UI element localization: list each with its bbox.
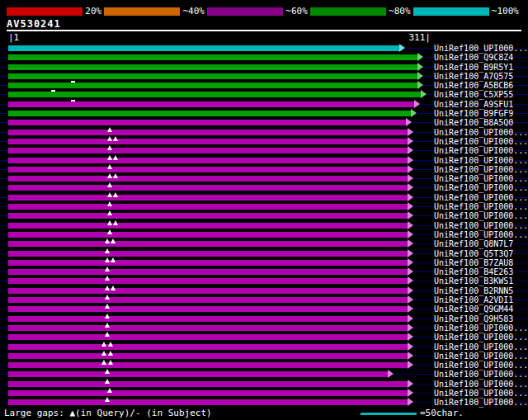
alignment-bar[interactable] xyxy=(8,371,388,377)
hit-label[interactable]: UniRef100_B8A5Q0 xyxy=(434,118,513,127)
alignment-bar[interactable] xyxy=(8,120,406,125)
alignment-bar[interactable] xyxy=(8,316,408,322)
alignment-bar[interactable] xyxy=(8,158,408,163)
alignment-bar[interactable] xyxy=(8,325,408,331)
alignment-bar[interactable] xyxy=(8,111,411,116)
query-gap-marker-icon xyxy=(105,323,110,328)
alignment-bar[interactable] xyxy=(8,167,408,172)
alignment-arrowhead-icon xyxy=(421,90,427,98)
query-gap-marker-icon xyxy=(107,210,112,215)
alignment-bar[interactable] xyxy=(8,139,408,144)
hit-label[interactable]: UniRef100_UPI000... xyxy=(434,174,528,183)
hit-label[interactable]: UniRef100_Q5T3Q7 xyxy=(434,249,513,258)
query-gap-marker-icon xyxy=(108,342,113,347)
alignment-bar[interactable] xyxy=(8,73,417,79)
hit-label[interactable]: UniRef100_Q8N7L7 xyxy=(434,239,513,248)
hit-label[interactable]: UniRef100_UPI000... xyxy=(434,380,528,389)
alignment-arrowhead-icon xyxy=(417,72,423,80)
hit-row: UniRef100_B4E263 xyxy=(0,267,528,276)
hit-label[interactable]: UniRef100_B9R5Y1 xyxy=(434,63,513,72)
hit-row: UniRef100_UPI000... xyxy=(0,221,528,230)
hit-row: UniRef100_Q9GM44 xyxy=(0,304,528,314)
alignment-bar[interactable] xyxy=(8,92,421,97)
alignment-bar[interactable] xyxy=(8,381,408,387)
hit-label[interactable]: UniRef100_UPI000... xyxy=(434,44,528,53)
alignment-bar[interactable] xyxy=(8,344,408,350)
hit-label[interactable]: UniRef100_UPI000... xyxy=(434,230,528,239)
query-gap-marker-icon xyxy=(111,257,116,262)
hit-label[interactable]: UniRef100_UPI000... xyxy=(434,352,528,361)
hit-label[interactable]: UniRef100_UPI000... xyxy=(434,323,528,333)
hit-row: UniRef100_A7Q575 xyxy=(0,72,528,81)
query-gap-marker-icon xyxy=(105,397,110,402)
alignment-bar[interactable] xyxy=(8,45,399,51)
hit-label[interactable]: UniRef100_UPI000... xyxy=(434,146,528,155)
key-color-segment xyxy=(7,7,82,16)
hit-label[interactable]: UniRef100_Q9H583 xyxy=(434,314,513,323)
hit-label[interactable]: UniRef100_UPI000... xyxy=(434,156,528,165)
hit-label[interactable]: UniRef100_B4E263 xyxy=(434,267,513,276)
hit-label[interactable]: UniRef100_UPI000... xyxy=(434,370,528,379)
alignment-bar[interactable] xyxy=(8,353,408,359)
alignment-bar[interactable] xyxy=(8,278,408,284)
hit-label[interactable]: UniRef100_UPI000... xyxy=(434,202,528,211)
alignment-bar[interactable] xyxy=(8,130,408,135)
alignment-bar[interactable] xyxy=(8,213,408,219)
hit-label[interactable]: UniRef100_B7ZAU8 xyxy=(434,258,513,267)
hit-label[interactable]: UniRef100_UPI000... xyxy=(434,221,528,230)
hit-label[interactable]: UniRef100_A7Q575 xyxy=(434,72,513,81)
hit-row: UniRef100_UPI000... xyxy=(0,398,528,407)
hit-label[interactable]: UniRef100_B2RNN5 xyxy=(434,286,513,295)
query-gap-marker-icon xyxy=(107,182,112,187)
alignment-arrowhead-icon xyxy=(417,81,423,89)
alignment-bar[interactable] xyxy=(8,399,408,405)
hit-label[interactable]: UniRef100_UPI000... xyxy=(434,361,528,370)
alignment-bar[interactable] xyxy=(8,176,408,182)
alignment-bar[interactable] xyxy=(8,223,408,229)
alignment-bar[interactable] xyxy=(8,195,408,201)
hit-label[interactable]: UniRef100_UPI000... xyxy=(434,165,528,174)
alignment-bar[interactable] xyxy=(8,54,417,60)
hit-label[interactable]: UniRef100_A9SFU1 xyxy=(434,100,513,109)
scale-bar-label: =50char. xyxy=(420,408,464,418)
hit-row: UniRef100_UPI000... xyxy=(0,333,528,342)
alignment-bar[interactable] xyxy=(8,297,408,303)
hit-label[interactable]: UniRef100_UPI000... xyxy=(434,137,528,146)
hit-label[interactable]: UniRef100_C5XP55 xyxy=(434,90,513,99)
alignment-bar[interactable] xyxy=(8,185,408,191)
hit-label[interactable]: UniRef100_Q9C8Z4 xyxy=(434,53,513,62)
query-gap-marker-icon xyxy=(105,238,110,243)
alignment-bar[interactable] xyxy=(8,204,408,210)
alignment-bar[interactable] xyxy=(8,362,408,368)
alignment-bar[interactable] xyxy=(8,334,408,340)
alignment-bar[interactable] xyxy=(8,390,408,396)
hit-label[interactable]: UniRef100_UPI000... xyxy=(434,193,528,202)
alignment-bar[interactable] xyxy=(8,101,414,107)
hit-label[interactable]: UniRef100_B9FGF9 xyxy=(434,109,513,118)
alignment-bar[interactable] xyxy=(8,288,408,294)
hit-label[interactable]: UniRef100_UPI000... xyxy=(434,398,528,407)
hit-row: UniRef100_A2VDI1 xyxy=(0,295,528,304)
alignment-bar[interactable] xyxy=(8,251,408,257)
alignment-bar[interactable] xyxy=(8,148,408,153)
alignment-bar[interactable] xyxy=(8,269,408,275)
alignment-arrowhead-icon xyxy=(408,239,413,248)
alignment-bar[interactable] xyxy=(8,232,408,238)
hit-label[interactable]: UniRef100_A2VDI1 xyxy=(434,295,513,304)
hit-label[interactable]: UniRef100_Q9GM44 xyxy=(434,304,513,314)
hit-label[interactable]: UniRef100_UPI000... xyxy=(434,389,528,398)
hit-label[interactable]: UniRef100_UPI000... xyxy=(434,211,528,220)
hit-row: UniRef100_B7ZAU8 xyxy=(0,258,528,267)
alignment-bar[interactable] xyxy=(8,83,417,88)
alignment-bar[interactable] xyxy=(8,241,408,247)
alignment-bar[interactable] xyxy=(8,64,417,70)
hit-label[interactable]: UniRef100_UPI000... xyxy=(434,333,528,342)
hit-label[interactable]: UniRef100_A5BCB6 xyxy=(434,81,513,90)
hit-label[interactable]: UniRef100_UPI000... xyxy=(434,342,528,352)
alignment-bar[interactable] xyxy=(8,260,408,266)
alignment-bar[interactable] xyxy=(8,306,408,312)
hit-label[interactable]: UniRef100_UPI000... xyxy=(434,128,528,137)
hit-label[interactable]: UniRef100_UPI000... xyxy=(434,183,528,192)
hit-label[interactable]: UniRef100_B3KWS1 xyxy=(434,276,513,286)
alignment-arrowhead-icon xyxy=(417,53,423,61)
